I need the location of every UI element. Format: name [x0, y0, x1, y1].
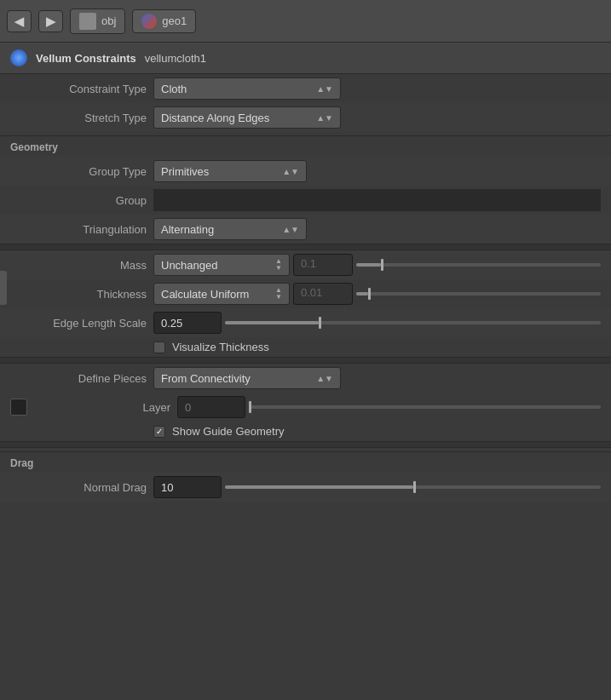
- stretch-type-control: Distance Along Edges ▲▼: [153, 106, 601, 129]
- separator-2: [0, 357, 611, 364]
- group-label: Group: [10, 194, 147, 207]
- layer-slider-container: [177, 396, 601, 418]
- constraint-type-control: Cloth ▲▼: [153, 77, 601, 100]
- stretch-type-label: Stretch Type: [10, 112, 147, 124]
- stretch-type-arrow: ▲▼: [316, 113, 333, 123]
- panel-title: Vellum Constraints: [36, 52, 136, 65]
- layer-control: [177, 396, 601, 418]
- drag-section: Drag: [0, 451, 611, 473]
- tab-geo-label: geo1: [162, 14, 187, 27]
- edge-length-scale-thumb[interactable]: [319, 317, 321, 329]
- mass-control: Unchanged ▲ ▼ 0.1: [153, 254, 601, 276]
- visualize-thickness-row: Visualize Thickness: [0, 337, 611, 357]
- edge-length-scale-fill: [225, 321, 319, 324]
- group-input[interactable]: [153, 189, 601, 211]
- layer-track[interactable]: [249, 405, 601, 409]
- edge-length-scale-track[interactable]: [225, 321, 601, 324]
- layer-color-swatch[interactable]: [10, 399, 27, 416]
- nav-bar: ◀ ▶ obj geo1: [0, 0, 611, 43]
- triangulation-arrow: ▲▼: [282, 225, 299, 234]
- tab-obj-label: obj: [101, 14, 116, 27]
- stretch-type-row: Stretch Type Distance Along Edges ▲▼: [0, 103, 611, 132]
- mass-label: Mass: [10, 259, 147, 272]
- mass-row: Mass Unchanged ▲ ▼ 0.1: [0, 250, 611, 279]
- vellum-icon: [10, 49, 27, 66]
- mass-num: 0.1: [293, 254, 353, 276]
- thickness-arrow-down[interactable]: ▼: [275, 294, 282, 301]
- triangulation-control: Alternating ▲▼: [153, 218, 601, 240]
- triangulation-label: Triangulation: [10, 223, 147, 236]
- mass-stepper[interactable]: ▲ ▼: [275, 258, 282, 272]
- triangulation-value: Alternating: [161, 223, 214, 236]
- define-pieces-dropdown[interactable]: From Connectivity ▲▼: [153, 367, 341, 389]
- group-type-control: Primitives ▲▼: [153, 160, 601, 182]
- thickness-control: Calculate Uniform ▲ ▼ 0.01: [153, 283, 601, 305]
- thickness-label: Thickness: [10, 288, 147, 301]
- show-guide-geometry-label: Show Guide Geometry: [172, 425, 285, 438]
- thickness-stepper[interactable]: ▲ ▼: [275, 287, 282, 301]
- layer-label-area: Layer: [34, 401, 170, 414]
- thickness-slider-track[interactable]: [356, 292, 601, 295]
- separator-3: [0, 441, 611, 448]
- layer-thumb[interactable]: [249, 401, 251, 413]
- normal-drag-slider-container: [153, 476, 601, 498]
- tab-geo[interactable]: geo1: [132, 9, 196, 33]
- layer-row: Layer: [0, 393, 611, 422]
- obj-icon: [79, 13, 96, 30]
- layer-label: Layer: [142, 401, 170, 414]
- layer-input[interactable]: [177, 396, 245, 418]
- side-resize-handle[interactable]: [0, 271, 7, 305]
- geometry-section: Geometry: [0, 135, 611, 157]
- group-type-value: Primitives: [161, 165, 209, 178]
- group-type-label: Group Type: [10, 165, 147, 178]
- group-row: Group: [0, 186, 611, 215]
- mass-slider-thumb[interactable]: [381, 259, 383, 271]
- triangulation-row: Triangulation Alternating ▲▼: [0, 215, 611, 244]
- visualize-thickness-checkbox[interactable]: [153, 341, 165, 353]
- thickness-dropdown[interactable]: Calculate Uniform ▲ ▼: [153, 283, 290, 305]
- normal-drag-fill: [225, 485, 413, 489]
- group-type-arrow: ▲▼: [282, 167, 299, 176]
- thickness-value: Calculate Uniform: [161, 288, 249, 301]
- thickness-slider-fill: [356, 292, 368, 295]
- normal-drag-track[interactable]: [225, 485, 601, 489]
- constraint-type-row: Constraint Type Cloth ▲▼: [0, 74, 611, 103]
- mass-dropdown[interactable]: Unchanged ▲ ▼: [153, 254, 290, 276]
- panel-header: Vellum Constraints vellumcloth1: [0, 43, 611, 74]
- define-pieces-control: From Connectivity ▲▼: [153, 367, 601, 389]
- visualize-thickness-label: Visualize Thickness: [172, 341, 269, 353]
- group-type-row: Group Type Primitives ▲▼: [0, 157, 611, 186]
- mass-slider-track[interactable]: [356, 263, 601, 267]
- properties-panel: Constraint Type Cloth ▲▼ Stretch Type Di…: [0, 74, 611, 502]
- normal-drag-input[interactable]: [153, 476, 222, 498]
- tab-obj[interactable]: obj: [70, 9, 125, 34]
- back-button[interactable]: ◀: [7, 10, 32, 32]
- mass-arrow-down[interactable]: ▼: [275, 265, 282, 272]
- separator-1: [0, 244, 611, 250]
- define-pieces-row: Define Pieces From Connectivity ▲▼: [0, 364, 611, 393]
- constraint-type-value: Cloth: [161, 83, 187, 95]
- thickness-slider-thumb[interactable]: [368, 288, 371, 300]
- define-pieces-label: Define Pieces: [10, 372, 147, 385]
- normal-drag-thumb[interactable]: [413, 481, 416, 493]
- constraint-type-arrow: ▲▼: [316, 84, 333, 94]
- mass-slider-fill: [356, 263, 381, 267]
- constraint-type-dropdown[interactable]: Cloth ▲▼: [153, 77, 341, 100]
- stretch-type-value: Distance Along Edges: [161, 112, 269, 124]
- show-guide-geometry-checkbox[interactable]: [153, 426, 165, 438]
- group-type-dropdown[interactable]: Primitives ▲▼: [153, 160, 307, 182]
- group-control: [153, 189, 601, 211]
- triangulation-dropdown[interactable]: Alternating ▲▼: [153, 218, 307, 240]
- stretch-type-dropdown[interactable]: Distance Along Edges ▲▼: [153, 106, 341, 129]
- thickness-num: 0.01: [293, 283, 353, 305]
- geo-icon: [141, 14, 157, 29]
- edge-length-scale-control: [153, 312, 601, 334]
- edge-length-scale-slider-container: [153, 312, 601, 334]
- edge-length-scale-label: Edge Length Scale: [10, 317, 147, 330]
- forward-button[interactable]: ▶: [38, 10, 63, 32]
- define-pieces-value: From Connectivity: [161, 372, 251, 385]
- normal-drag-label: Normal Drag: [10, 481, 147, 494]
- edge-length-scale-input[interactable]: [153, 312, 222, 334]
- show-guide-geometry-row: Show Guide Geometry: [0, 422, 611, 441]
- thickness-row: Thickness Calculate Uniform ▲ ▼ 0.01: [0, 279, 611, 308]
